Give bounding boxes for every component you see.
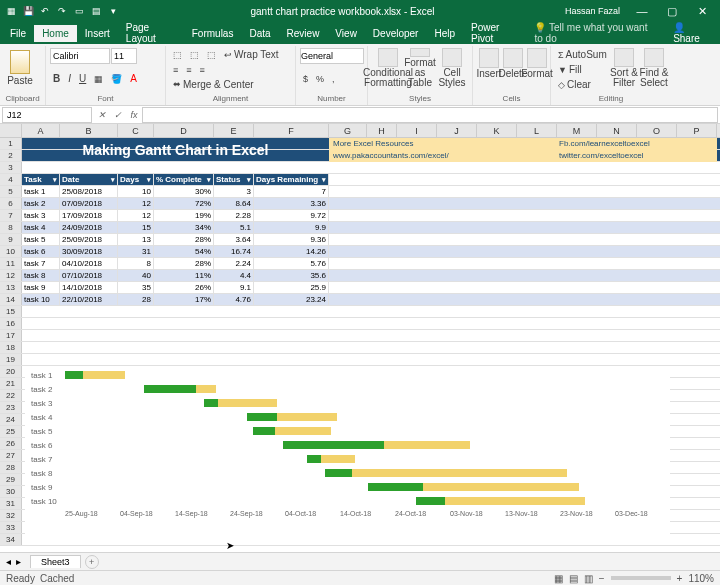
cell[interactable]: 07/10/2018 [60, 270, 118, 281]
gantt-bar-remaining[interactable] [445, 497, 586, 505]
align-mid-button[interactable]: ⬚ [187, 48, 202, 61]
gantt-bar-done[interactable] [247, 413, 278, 421]
row-header[interactable]: 6 [0, 198, 22, 209]
format-button[interactable]: Format [525, 48, 549, 88]
format-as-table-button[interactable]: Format as Table [404, 48, 436, 88]
gantt-bar-done[interactable] [253, 427, 275, 435]
cell[interactable]: task 7 [22, 258, 60, 269]
filter-icon[interactable]: ▾ [111, 174, 115, 185]
zoom-in-button[interactable]: + [677, 573, 683, 584]
gantt-bar-done[interactable] [283, 441, 384, 449]
comma-button[interactable]: , [329, 73, 338, 85]
col-header[interactable]: E [214, 124, 254, 137]
filter-icon[interactable]: ▾ [53, 174, 57, 185]
col-header[interactable]: M [557, 124, 597, 137]
cell[interactable]: task 2 [22, 198, 60, 209]
font-color-button[interactable]: A [127, 72, 140, 85]
font-size-input[interactable] [111, 48, 137, 64]
cell[interactable]: 12 [118, 210, 154, 221]
row-header[interactable]: 8 [0, 222, 22, 233]
cell[interactable]: Making Gantt Chart in Excel [22, 138, 329, 162]
cell[interactable]: 25/08/2018 [60, 186, 118, 197]
col-header[interactable]: C [118, 124, 154, 137]
cell[interactable]: 3.64 [214, 234, 254, 245]
gantt-bar-remaining[interactable] [321, 455, 356, 463]
cell[interactable]: task 1 [22, 186, 60, 197]
tab-home[interactable]: Home [34, 25, 77, 42]
cell[interactable]: More Excel Resourceswww.pakaccountants.c… [329, 138, 557, 162]
fill-button[interactable]: ▼ Fill [555, 63, 585, 76]
row-header[interactable]: 17 [0, 330, 22, 341]
zoom-slider[interactable] [611, 576, 671, 580]
view-page-icon[interactable]: ▤ [569, 573, 578, 584]
row-header[interactable]: 5 [0, 186, 22, 197]
gantt-bar-remaining[interactable] [218, 399, 277, 407]
cell[interactable]: 8.64 [214, 198, 254, 209]
italic-button[interactable]: I [65, 72, 74, 85]
gantt-bar-remaining[interactable] [196, 385, 216, 393]
row-header[interactable]: 10 [0, 246, 22, 257]
enter-icon[interactable]: ✓ [110, 110, 126, 120]
col-header[interactable]: F [254, 124, 329, 137]
row-header[interactable]: 33 [0, 522, 22, 533]
tab-review[interactable]: Review [279, 25, 328, 42]
paste-button[interactable]: Paste [4, 48, 36, 88]
row-header[interactable]: 13 [0, 282, 22, 293]
align-bot-button[interactable]: ⬚ [204, 48, 219, 61]
align-right-button[interactable]: ≡ [197, 64, 208, 76]
cell[interactable]: 35.6 [254, 270, 329, 281]
redo-icon[interactable]: ↷ [55, 4, 69, 18]
gantt-bar-done[interactable] [65, 371, 83, 379]
tab-formulas[interactable]: Formulas [184, 25, 242, 42]
percent-button[interactable]: % [313, 73, 327, 85]
row-header[interactable]: 24 [0, 414, 22, 425]
row-header[interactable]: 22 [0, 390, 22, 401]
tell-me[interactable]: 💡 Tell me what you want to do [526, 19, 665, 47]
open-icon[interactable]: ▤ [89, 4, 103, 18]
cell-styles-button[interactable]: Cell Styles [436, 48, 468, 88]
cell[interactable]: 24/09/2018 [60, 222, 118, 233]
formula-input[interactable] [142, 107, 718, 123]
insert-button[interactable]: Insert [477, 48, 501, 88]
cell[interactable]: 54% [154, 246, 214, 257]
find-select-button[interactable]: Find & Select [639, 48, 669, 88]
tab-insert[interactable]: Insert [77, 25, 118, 42]
row-header[interactable]: 23 [0, 402, 22, 413]
cell[interactable]: 23.24 [254, 294, 329, 305]
gantt-bar-remaining[interactable] [83, 371, 125, 379]
cell[interactable]: 28 [118, 294, 154, 305]
cell[interactable]: 16.74 [214, 246, 254, 257]
cell[interactable]: 2.24 [214, 258, 254, 269]
row-header[interactable]: 21 [0, 378, 22, 389]
row-header[interactable]: 15 [0, 306, 22, 317]
row-header[interactable]: 9 [0, 234, 22, 245]
col-header[interactable]: I [397, 124, 437, 137]
cell[interactable]: task 10 [22, 294, 60, 305]
col-header[interactable]: J [437, 124, 477, 137]
tab-page-layout[interactable]: Page Layout [118, 19, 184, 47]
bold-button[interactable]: B [50, 72, 63, 85]
number-format-select[interactable] [300, 48, 364, 64]
cell[interactable]: 40 [118, 270, 154, 281]
cell[interactable]: % Complete▾ [154, 174, 214, 185]
cell[interactable]: Days▾ [118, 174, 154, 185]
row-header[interactable]: 32 [0, 510, 22, 521]
row-header[interactable]: 27 [0, 450, 22, 461]
gantt-bar-remaining[interactable] [277, 413, 337, 421]
worksheet[interactable]: ABCDEFGHIJKLMNOP 1Making Gantt Chart in … [0, 124, 720, 556]
cell[interactable]: 15 [118, 222, 154, 233]
gantt-bar-done[interactable] [416, 497, 445, 505]
qat-more-icon[interactable]: ▾ [106, 4, 120, 18]
row-header[interactable]: 26 [0, 438, 22, 449]
zoom-level[interactable]: 110% [688, 573, 714, 584]
tab-help[interactable]: Help [426, 25, 463, 42]
cell[interactable]: 13 [118, 234, 154, 245]
align-left-button[interactable]: ≡ [170, 64, 181, 76]
share-button[interactable]: 👤 Share [665, 19, 718, 47]
name-box[interactable]: J12 [2, 107, 92, 123]
filter-icon[interactable]: ▾ [207, 174, 211, 185]
cell[interactable]: 14.26 [254, 246, 329, 257]
fx-icon[interactable]: fx [126, 110, 142, 120]
filter-icon[interactable]: ▾ [322, 174, 326, 185]
row-header[interactable]: 28 [0, 462, 22, 473]
